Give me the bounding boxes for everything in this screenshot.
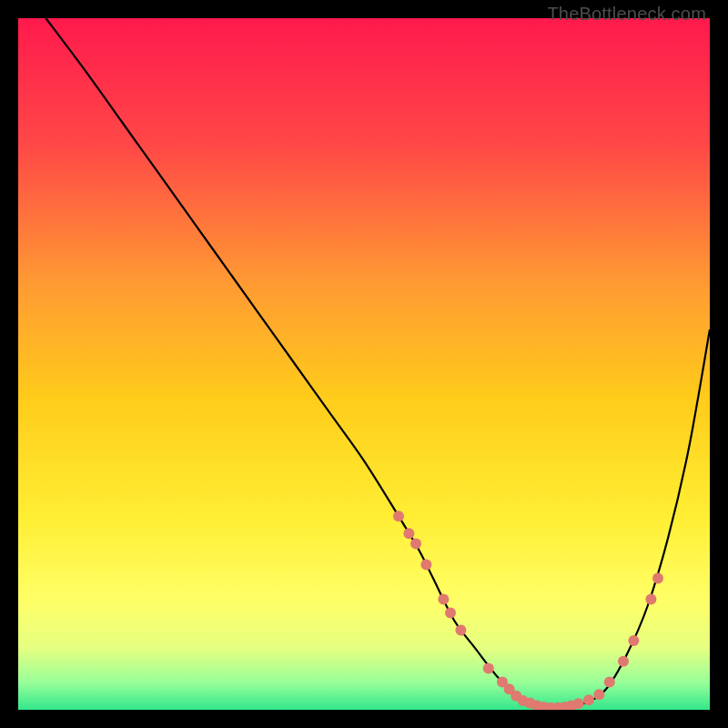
data-point bbox=[403, 528, 414, 539]
data-point bbox=[420, 559, 431, 570]
data-point bbox=[652, 573, 663, 584]
data-point bbox=[438, 593, 449, 604]
data-point bbox=[393, 511, 404, 521]
data-point bbox=[645, 593, 656, 604]
data-point bbox=[573, 698, 584, 709]
chart-frame bbox=[18, 18, 710, 710]
data-point bbox=[618, 656, 629, 667]
data-point bbox=[593, 689, 604, 700]
data-point bbox=[410, 539, 421, 550]
watermark-text: TheBottleneck.com bbox=[547, 4, 706, 25]
data-point bbox=[483, 662, 494, 673]
data-point bbox=[628, 635, 639, 646]
data-point bbox=[583, 694, 594, 705]
data-point bbox=[604, 677, 615, 688]
data-point bbox=[445, 608, 456, 619]
bottleneck-curve-chart bbox=[18, 18, 710, 710]
data-point bbox=[455, 625, 466, 636]
